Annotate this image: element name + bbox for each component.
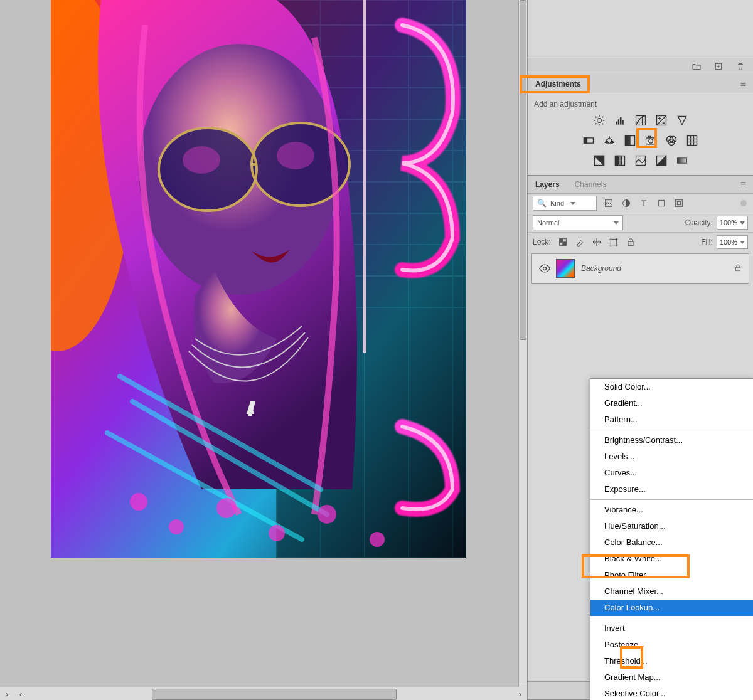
svg-rect-89 bbox=[736, 267, 740, 270]
svg-point-32 bbox=[318, 505, 336, 524]
svg-rect-87 bbox=[628, 241, 633, 245]
filter-toggle-icon[interactable] bbox=[740, 200, 747, 206]
horizontal-scrollbar-track[interactable] bbox=[28, 687, 513, 700]
search-icon: 🔍 bbox=[537, 199, 547, 208]
scroll-hint-left[interactable]: › bbox=[0, 687, 14, 700]
menu-color-balance[interactable]: Color Balance... bbox=[590, 534, 753, 551]
lock-label: Lock: bbox=[533, 238, 551, 247]
menu-gradient[interactable]: Gradient... bbox=[590, 395, 753, 411]
menu-levels[interactable]: Levels... bbox=[590, 448, 753, 465]
tab-channels[interactable]: Channels bbox=[567, 176, 614, 193]
svg-rect-65 bbox=[688, 136, 697, 146]
lock-position-icon[interactable] bbox=[591, 236, 602, 248]
color-lookup-icon[interactable] bbox=[685, 134, 699, 147]
menu-solid-color[interactable]: Solid Color... bbox=[590, 379, 753, 395]
menu-pattern[interactable]: Pattern... bbox=[590, 411, 753, 428]
vibrance-icon[interactable] bbox=[675, 114, 689, 127]
svg-rect-79 bbox=[658, 200, 664, 206]
properties-footer bbox=[528, 58, 753, 75]
menu-threshold[interactable]: Threshold... bbox=[590, 653, 753, 669]
lock-pixels-icon[interactable] bbox=[574, 236, 585, 248]
svg-rect-46 bbox=[616, 122, 617, 125]
menu-invert[interactable]: Invert bbox=[590, 620, 753, 637]
svg-rect-86 bbox=[611, 239, 616, 245]
lock-artboard-icon[interactable] bbox=[608, 236, 619, 248]
layer-item-background[interactable]: Background bbox=[531, 253, 749, 284]
svg-point-24 bbox=[277, 142, 314, 169]
layer-locked-icon[interactable] bbox=[734, 263, 742, 274]
svg-rect-84 bbox=[563, 239, 566, 242]
hue-saturation-icon[interactable] bbox=[582, 134, 595, 147]
new-icon[interactable] bbox=[713, 61, 724, 72]
svg-point-33 bbox=[370, 532, 385, 547]
svg-point-31 bbox=[269, 525, 285, 541]
canvas-area[interactable]: › ‹ › bbox=[0, 0, 527, 700]
gradient-map-icon[interactable] bbox=[654, 154, 668, 167]
svg-rect-61 bbox=[649, 136, 651, 138]
threshold-icon[interactable] bbox=[634, 154, 648, 167]
channel-mixer-icon[interactable] bbox=[665, 134, 678, 147]
scroll-left-button[interactable]: ‹ bbox=[14, 687, 28, 700]
fill-label: Fill: bbox=[701, 238, 713, 247]
filter-pixel-icon[interactable] bbox=[603, 198, 614, 209]
menu-gradient-map[interactable]: Gradient Map... bbox=[590, 669, 753, 686]
blend-mode-dropdown[interactable]: Normal bbox=[533, 215, 623, 230]
menu-vibrance[interactable]: Vibrance... bbox=[590, 502, 753, 518]
document-image[interactable] bbox=[51, 0, 466, 558]
menu-exposure[interactable]: Exposure... bbox=[590, 481, 753, 497]
menu-posterize[interactable]: Posterize... bbox=[590, 637, 753, 653]
tab-layers[interactable]: Layers bbox=[528, 176, 567, 193]
svg-line-42 bbox=[595, 117, 596, 118]
vertical-scrollbar[interactable] bbox=[518, 0, 527, 687]
color-balance-icon[interactable] bbox=[602, 134, 616, 147]
svg-point-88 bbox=[543, 267, 547, 270]
curves-icon[interactable] bbox=[634, 114, 648, 127]
menu-photo-filter[interactable]: Photo Filter... bbox=[590, 567, 753, 583]
levels-icon[interactable] bbox=[613, 114, 627, 127]
filter-adjustment-icon[interactable] bbox=[621, 198, 632, 209]
scroll-right-button[interactable]: › bbox=[513, 687, 527, 700]
layer-thumbnail[interactable] bbox=[556, 259, 575, 278]
vertical-scrollbar-thumb[interactable] bbox=[520, 0, 526, 340]
horizontal-scrollbar[interactable]: › ‹ › bbox=[0, 687, 527, 700]
menu-selective-color[interactable]: Selective Color... bbox=[590, 686, 753, 700]
svg-rect-83 bbox=[563, 242, 566, 245]
fill-input[interactable]: 100% bbox=[717, 235, 748, 249]
menu-hue-saturation[interactable]: Hue/Saturation... bbox=[590, 518, 753, 534]
menu-channel-mixer[interactable]: Channel Mixer... bbox=[590, 583, 753, 600]
panel-menu-icon[interactable]: ≡ bbox=[740, 78, 747, 90]
invert-icon[interactable] bbox=[592, 154, 606, 167]
exposure-icon[interactable] bbox=[654, 114, 668, 127]
posterize-icon[interactable] bbox=[613, 154, 627, 167]
photo-filter-icon[interactable] bbox=[644, 134, 658, 147]
lock-all-icon[interactable] bbox=[625, 236, 636, 248]
svg-rect-81 bbox=[677, 201, 680, 204]
svg-point-29 bbox=[169, 519, 184, 534]
menu-color-lookup[interactable]: Color Lookup... bbox=[590, 600, 753, 616]
horizontal-scrollbar-thumb[interactable] bbox=[152, 689, 397, 700]
selective-color-icon[interactable] bbox=[675, 154, 689, 167]
folder-icon[interactable] bbox=[691, 61, 702, 72]
menu-brightness-contrast[interactable]: Brightness/Contrast... bbox=[590, 432, 753, 448]
opacity-label: Opacity: bbox=[685, 218, 713, 227]
filter-shape-icon[interactable] bbox=[656, 198, 667, 209]
new-adjustment-layer-menu[interactable]: Solid Color... Gradient... Pattern... Br… bbox=[590, 378, 753, 700]
trash-icon[interactable] bbox=[735, 61, 745, 72]
opacity-input[interactable]: 100% bbox=[717, 216, 748, 230]
filter-type-icon[interactable] bbox=[638, 198, 649, 209]
filter-smart-icon[interactable] bbox=[673, 198, 685, 209]
layers-panel-menu-icon[interactable]: ≡ bbox=[740, 179, 747, 190]
menu-curves[interactable]: Curves... bbox=[590, 465, 753, 481]
layer-filter-kind-dropdown[interactable]: 🔍 Kind bbox=[533, 196, 597, 211]
black-white-icon[interactable] bbox=[623, 134, 637, 147]
lock-transparency-icon[interactable] bbox=[557, 236, 569, 248]
adjustments-prompt: Add an adjustment bbox=[534, 100, 747, 109]
brightness-contrast-icon[interactable] bbox=[592, 114, 606, 127]
menu-separator bbox=[590, 618, 753, 618]
svg-rect-82 bbox=[559, 239, 562, 242]
tab-adjustments[interactable]: Adjustments bbox=[528, 75, 589, 93]
menu-black-white[interactable]: Black & White... bbox=[590, 551, 753, 567]
svg-rect-49 bbox=[622, 120, 624, 125]
svg-line-43 bbox=[602, 124, 603, 125]
visibility-toggle-icon[interactable] bbox=[538, 262, 551, 275]
